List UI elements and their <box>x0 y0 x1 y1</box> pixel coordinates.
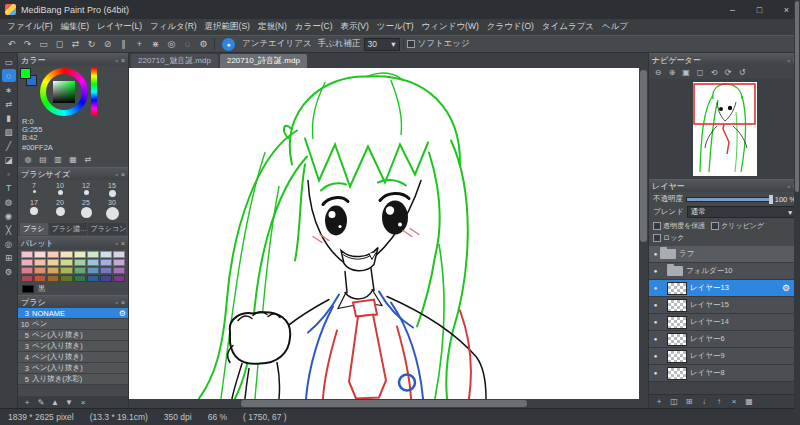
brush-item[interactable]: 3ペン(入り抜き) <box>18 363 128 374</box>
palette-color[interactable] <box>74 275 86 282</box>
layer-visibility-toggle[interactable]: ● <box>651 251 660 257</box>
palette-color[interactable] <box>87 267 99 274</box>
divide-tool[interactable]: ╳ <box>2 223 16 236</box>
palette-color[interactable] <box>74 267 86 274</box>
brush-item[interactable]: 3ペン(入り抜き) <box>18 341 128 352</box>
panel-collapse-icon[interactable]: ▫ <box>115 240 117 247</box>
menu-item[interactable]: ツール(T) <box>373 21 418 33</box>
color-wheel-mode-icon[interactable]: ◍ <box>22 154 34 165</box>
panel-close-icon[interactable]: × <box>121 171 125 178</box>
panel-close-icon[interactable]: × <box>121 299 125 306</box>
menu-item[interactable]: クラウド(O) <box>483 21 538 33</box>
palette-color[interactable] <box>21 259 33 266</box>
antialias-brush-icon[interactable]: ● <box>222 38 235 51</box>
grid-tool[interactable]: ⊞ <box>2 251 16 264</box>
hue-bar[interactable] <box>91 68 97 116</box>
eraser-tool[interactable]: ◪ <box>2 153 16 166</box>
layer-row[interactable]: ●フォルダー10 <box>649 263 800 280</box>
transform-icon[interactable]: ◻ <box>52 37 67 51</box>
menu-item[interactable]: 表示(V) <box>336 21 372 33</box>
color-slider-mode-icon[interactable]: ▥ <box>52 154 64 165</box>
palette-color[interactable] <box>100 267 112 274</box>
softedge-checkbox[interactable] <box>407 40 415 48</box>
layer-visibility-toggle[interactable]: ● <box>651 302 660 308</box>
canvas-horizontal-scrollbar[interactable] <box>129 399 639 408</box>
palette-color[interactable] <box>47 267 59 274</box>
palette-color[interactable] <box>74 251 86 258</box>
menu-item[interactable]: ウィンドウ(W) <box>418 21 483 33</box>
palette-color[interactable] <box>21 275 33 282</box>
nav-rotate-left-icon[interactable]: ⟲ <box>708 67 720 78</box>
layer-row[interactable]: ●レイヤー8 <box>649 365 800 382</box>
rotate-canvas-icon[interactable]: ↻ <box>84 37 99 51</box>
duplicate-layer-icon[interactable]: ⊞ <box>683 396 695 407</box>
panel-collapse-icon[interactable]: ▫ <box>115 171 117 178</box>
color-bar-mode-icon[interactable]: ▤ <box>37 154 49 165</box>
black-color-swatch[interactable] <box>22 285 34 293</box>
menu-item[interactable]: カラー(C) <box>291 21 337 33</box>
lock-checkbox[interactable]: ロック <box>653 233 685 243</box>
color-grid-mode-icon[interactable]: ▦ <box>67 154 79 165</box>
layers-scrollbar[interactable] <box>794 53 800 408</box>
brush-size-preset[interactable]: 15 <box>99 182 125 197</box>
saturation-value-square[interactable] <box>53 81 75 103</box>
brush-size-preset[interactable]: 20 <box>47 199 73 220</box>
palette-color[interactable] <box>113 259 125 266</box>
brush-size-preset[interactable]: 25 <box>73 199 99 220</box>
move-tool[interactable]: ⇄ <box>2 97 16 110</box>
brush-item[interactable]: 5ペン(入り抜き) <box>18 330 128 341</box>
palette-color[interactable] <box>34 251 46 258</box>
horizontal-scroll-thumb[interactable] <box>241 400 527 407</box>
panel-collapse-icon[interactable]: ▫ <box>115 299 117 306</box>
palette-color[interactable] <box>100 251 112 258</box>
snap-parallel-icon[interactable]: ∥ <box>116 37 131 51</box>
stabilizer-select[interactable]: 30 ▾ <box>364 38 400 51</box>
protect-alpha-checkbox[interactable]: 透明度を保護 <box>653 221 705 231</box>
flip-canvas-icon[interactable]: ⇄ <box>68 37 83 51</box>
layer-row[interactable]: ●レイヤー6 <box>649 331 800 348</box>
merge-down-icon[interactable]: ↓ <box>698 396 710 407</box>
deselect-icon[interactable]: ▭ <box>36 37 51 51</box>
fill-tool[interactable]: ▮ <box>2 111 16 124</box>
color-wheel[interactable] <box>40 68 88 116</box>
palette-color[interactable] <box>113 251 125 258</box>
brush-size-preset[interactable]: 17 <box>21 199 47 220</box>
panel-close-icon[interactable]: × <box>121 57 125 64</box>
foreground-color-swatch[interactable] <box>20 68 31 79</box>
minimize-button[interactable]: – <box>719 0 746 19</box>
palette-color[interactable] <box>74 259 86 266</box>
move-layer-up-icon[interactable]: ↑ <box>713 396 725 407</box>
palette-color[interactable] <box>34 267 46 274</box>
snap-vanishing-icon[interactable]: ⋇ <box>148 37 163 51</box>
palette-color[interactable] <box>21 251 33 258</box>
palette-color[interactable] <box>87 251 99 258</box>
layer-visibility-toggle[interactable]: ● <box>651 285 660 291</box>
menu-item[interactable]: ファイル(F) <box>3 21 57 33</box>
vertical-scroll-thumb[interactable] <box>640 70 647 242</box>
undo-icon[interactable]: ↶ <box>4 37 19 51</box>
brush-size-preset[interactable]: 30 <box>99 199 125 220</box>
menu-item[interactable]: フィルタ(R) <box>146 21 201 33</box>
palette-color[interactable] <box>47 251 59 258</box>
zoom-tool[interactable]: ◎ <box>2 237 16 250</box>
lasso-tool[interactable]: ◌ <box>2 69 16 82</box>
navigator-thumbnail[interactable] <box>693 82 757 176</box>
snap-off-icon[interactable]: ⊘ <box>100 37 115 51</box>
brush-item[interactable]: 5入り抜き(水彩) <box>18 374 128 385</box>
palette-color[interactable] <box>60 267 72 274</box>
nav-zoom-out-icon[interactable]: ⊖ <box>652 67 664 78</box>
panel-tab[interactable]: ブラシ <box>20 223 48 235</box>
layer-visibility-toggle[interactable]: ● <box>651 370 660 376</box>
palette-color[interactable] <box>47 259 59 266</box>
opacity-slider-handle[interactable] <box>769 195 773 204</box>
palette-color[interactable] <box>100 259 112 266</box>
snap-settings-icon[interactable]: ⚙ <box>196 37 211 51</box>
layer-row[interactable]: ●レイヤー14 <box>649 314 800 331</box>
palette-color[interactable] <box>34 275 46 282</box>
layer-visibility-toggle[interactable]: ● <box>651 319 660 325</box>
palette-color[interactable] <box>87 275 99 282</box>
add-folder-icon[interactable]: ◫ <box>668 396 680 407</box>
menu-item[interactable]: タイムラプス <box>538 21 598 33</box>
nav-reset-icon[interactable]: ↺ <box>736 67 748 78</box>
panel-tab[interactable]: ブラシコン… <box>88 223 126 235</box>
